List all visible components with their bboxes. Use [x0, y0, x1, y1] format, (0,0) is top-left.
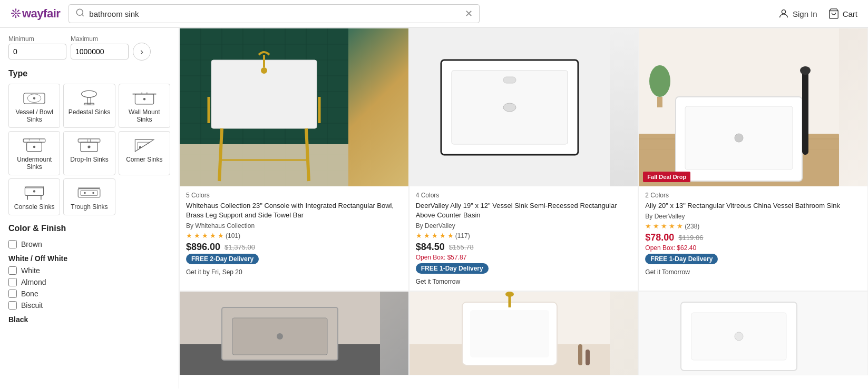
logo[interactable]: ❊ wayfair [11, 6, 60, 21]
product-3-price: $78.00 [645, 232, 674, 243]
cart-button[interactable]: Cart [828, 8, 857, 19]
product-image-6 [639, 292, 867, 375]
min-label: Minimum [8, 35, 66, 43]
product-card-1[interactable]: 5 Colors Whitehaus Collection 23" Consol… [179, 28, 409, 291]
product-3-stars: ★★★★★ (238) [645, 222, 861, 230]
product-card-6[interactable] [638, 291, 868, 375]
svg-point-2 [782, 10, 785, 14]
page-layout: Minimum Maximum › Type Vessel / Bowl Sin… [0, 28, 868, 388]
clear-search-icon[interactable]: ✕ [465, 8, 473, 19]
product-image-placeholder-1 [180, 28, 408, 186]
type-card-undermount[interactable]: Undermount Sinks [8, 131, 60, 175]
product-card-3[interactable]: Fall Deal Drop 2 Colors Ally 20" x 13" R… [638, 28, 868, 291]
color-item-white[interactable]: White [8, 265, 170, 276]
type-card-corner[interactable]: Corner Sinks [119, 131, 170, 175]
color-group-white-offwhite: White / Off White [8, 254, 170, 263]
color-checkbox-biscuit[interactable] [8, 301, 17, 310]
type-card-pedestal[interactable]: Pedestal Sinks [63, 84, 115, 128]
color-item-brown[interactable]: Brown [8, 238, 170, 250]
search-icon [75, 8, 85, 19]
svg-point-22 [88, 146, 90, 148]
max-price-wrap: Maximum [71, 35, 129, 59]
product-1-delivery-date: Get it by Fri, Sep 20 [186, 268, 402, 276]
svg-point-88 [505, 292, 514, 297]
type-section-title: Type [8, 69, 170, 78]
product-1-delivery-badge: FREE 2-Day Delivery [186, 254, 259, 264]
svg-rect-77 [657, 97, 662, 107]
color-label-almond: Almond [21, 278, 46, 286]
svg-point-73 [735, 134, 743, 142]
price-apply-button[interactable]: › [133, 43, 151, 61]
svg-point-7 [82, 91, 97, 97]
color-label-brown: Brown [21, 240, 42, 248]
product-2-delivery-date: Get it Tomorrow [416, 278, 632, 285]
product-2-reviews: (117) [455, 232, 470, 240]
product-3-deal-badge: Fall Deal Drop [643, 172, 690, 182]
type-card-wall-mount[interactable]: Wall Mount Sinks [119, 84, 170, 128]
product-3-delivery-date: Get it Tomorrow [645, 268, 861, 276]
product-3-delivery-badge: FREE 1-Day Delivery [645, 254, 718, 264]
product-card-2[interactable]: 4 Colors DeerValley Ally 19" x 12" Vesse… [409, 28, 639, 291]
color-item-almond[interactable]: Almond [8, 276, 170, 288]
max-price-input[interactable] [71, 44, 129, 59]
type-card-vessel-bowl[interactable]: Vessel / Bowl Sinks [8, 84, 60, 128]
product-info-3: 2 Colors Ally 20" x 13" Rectangular Vitr… [639, 186, 867, 281]
color-checkbox-almond[interactable] [8, 278, 17, 286]
type-label-trough: Trough Sinks [71, 203, 108, 211]
product-2-price: $84.50 [416, 242, 445, 253]
svg-rect-90 [586, 350, 590, 365]
min-price-input[interactable] [8, 44, 66, 59]
product-1-name: Whitehaus Collection 23" Console with In… [186, 201, 402, 220]
color-checkbox-white[interactable] [8, 266, 17, 275]
product-2-name: DeerValley Ally 19" x 12" Vessel Sink Se… [416, 201, 632, 220]
color-finish-section: Color & Finish Brown White / Off White W… [8, 224, 170, 324]
product-card-5[interactable] [409, 291, 639, 375]
svg-point-30 [34, 191, 35, 192]
cart-label: Cart [843, 9, 857, 18]
svg-point-0 [77, 9, 83, 15]
svg-rect-15 [23, 139, 45, 142]
product-image-placeholder-4 [180, 292, 408, 375]
products-grid: 5 Colors Whitehaus Collection 23" Consol… [179, 28, 868, 375]
search-input[interactable] [89, 9, 461, 18]
type-card-drop-in[interactable]: Drop-In Sinks [63, 131, 115, 175]
svg-point-75 [800, 66, 811, 75]
type-label-undermount: Undermount Sinks [12, 156, 56, 171]
product-1-original-price: $1,375.00 [225, 243, 255, 251]
product-3-open-box: Open Box: $62.40 [645, 244, 861, 252]
type-card-trough[interactable]: Trough Sinks [63, 178, 115, 215]
sign-in-button[interactable]: Sign In [778, 8, 817, 19]
svg-point-33 [84, 192, 85, 193]
product-2-delivery-badge: FREE 1-Day Delivery [416, 263, 489, 274]
svg-point-65 [503, 103, 516, 112]
product-1-colors: 5 Colors [186, 192, 402, 199]
color-group-black: Black [8, 315, 170, 324]
product-card-4[interactable] [179, 291, 409, 375]
main-content: 5 Colors Whitehaus Collection 23" Consol… [179, 28, 868, 388]
product-3-original-price: $119.06 [678, 234, 703, 242]
svg-point-76 [649, 65, 670, 97]
color-item-biscuit[interactable]: Biscuit [8, 300, 170, 311]
color-item-bone[interactable]: Bone [8, 288, 170, 300]
type-label-drop-in: Drop-In Sinks [70, 156, 109, 163]
product-1-brand: By Whitehaus Collection [186, 222, 402, 230]
type-label-pedestal: Pedestal Sinks [69, 108, 110, 116]
header: ❊ wayfair ✕ Sign In Cart [0, 0, 868, 28]
product-2-open-box: Open Box: $57.87 [416, 254, 632, 261]
type-card-console[interactable]: Console Sinks [8, 178, 60, 215]
product-1-price: $896.00 [186, 242, 220, 253]
color-checkbox-brown[interactable] [8, 240, 17, 248]
type-label-corner: Corner Sinks [126, 156, 162, 163]
type-label-wall-mount: Wall Mount Sinks [122, 108, 167, 123]
product-info-2: 4 Colors DeerValley Ally 19" x 12" Vesse… [409, 186, 638, 291]
product-image-placeholder-5 [409, 292, 638, 375]
svg-point-82 [277, 333, 283, 340]
color-checkbox-bone[interactable] [8, 290, 17, 298]
svg-rect-32 [81, 191, 97, 196]
svg-point-17 [34, 146, 35, 147]
max-label: Maximum [71, 35, 129, 43]
product-2-original-price: $155.78 [449, 243, 474, 251]
product-2-stars: ★★★★★ (117) [416, 232, 632, 240]
color-section-title: Color & Finish [8, 224, 170, 233]
product-1-reviews: (101) [226, 232, 240, 240]
